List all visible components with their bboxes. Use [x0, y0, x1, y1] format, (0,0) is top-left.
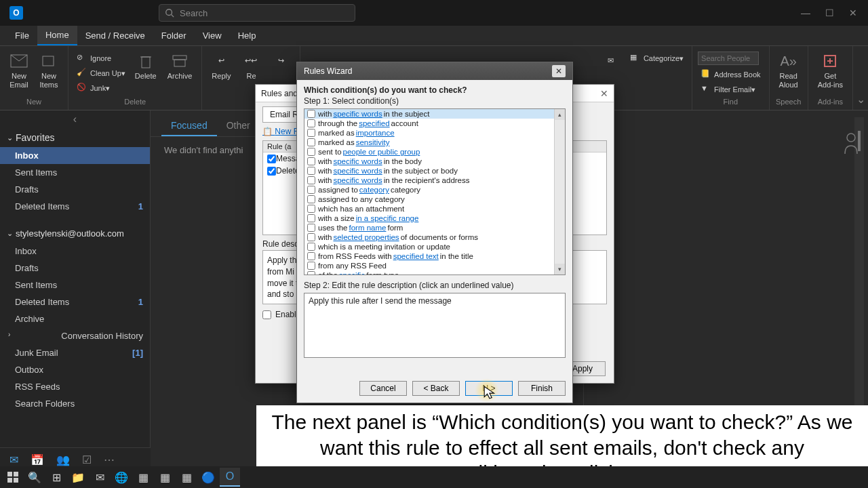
- condition-row[interactable]: through the specified account: [304, 119, 565, 128]
- menu-send-receive[interactable]: Send / Receive: [77, 26, 153, 45]
- acct-inbox[interactable]: Inbox: [0, 243, 150, 260]
- condition-checkbox[interactable]: [307, 157, 315, 165]
- more-views-icon[interactable]: ⋯: [104, 453, 115, 466]
- close-button[interactable]: ✕: [849, 7, 857, 18]
- menu-home[interactable]: Home: [37, 26, 77, 45]
- read-aloud-button[interactable]: A»Read Aloud: [775, 49, 802, 92]
- maximize-button[interactable]: ☐: [825, 7, 834, 18]
- minimize-button[interactable]: —: [801, 7, 810, 18]
- nav-deleted[interactable]: Deleted Items1: [0, 198, 150, 215]
- task-chrome[interactable]: 🌐: [111, 468, 132, 487]
- condition-row[interactable]: marked as sensitivity: [304, 138, 565, 147]
- acct-junk[interactable]: Junk Email[1]: [0, 344, 150, 361]
- task-app2[interactable]: ▦: [155, 468, 175, 487]
- acct-convhist[interactable]: ›Conversation History: [0, 327, 150, 344]
- tasks-view-icon[interactable]: ☑: [82, 453, 92, 466]
- condition-checkbox[interactable]: [307, 176, 315, 184]
- calendar-view-icon[interactable]: 📅: [31, 453, 44, 466]
- task-mail[interactable]: ✉: [90, 468, 110, 487]
- condition-checkbox[interactable]: [307, 224, 315, 232]
- acct-archive[interactable]: Archive: [0, 310, 150, 327]
- task-app[interactable]: ▦: [133, 468, 153, 487]
- reply-button[interactable]: ↩Reply: [208, 49, 235, 83]
- archive-button[interactable]: Archive: [163, 49, 197, 83]
- people-view-icon[interactable]: 👥: [56, 453, 70, 466]
- new-items-button[interactable]: New Items: [35, 49, 62, 92]
- new-rule-link[interactable]: 📋 New R: [262, 127, 299, 136]
- rules-dialog-close[interactable]: ✕: [600, 88, 608, 99]
- condition-row[interactable]: sent to people or public group: [304, 147, 565, 157]
- condition-row[interactable]: from RSS Feeds with specified text in th…: [304, 251, 565, 261]
- condition-row[interactable]: of the specific form type: [304, 270, 565, 275]
- condition-row[interactable]: with specific words in the subject: [304, 109, 565, 119]
- task-search[interactable]: 🔍: [24, 468, 45, 487]
- tab-focused[interactable]: Focused: [161, 116, 217, 136]
- account-header[interactable]: ⌄stylestylenski@outlook.com: [0, 224, 150, 243]
- favorites-header[interactable]: ⌄Favorites: [0, 128, 150, 147]
- condition-checkbox[interactable]: [307, 262, 315, 270]
- menu-help[interactable]: Help: [230, 26, 264, 45]
- condition-row[interactable]: assigned to category category: [304, 185, 565, 195]
- wizard-close-button[interactable]: ✕: [552, 65, 566, 77]
- acct-sent[interactable]: Sent Items: [0, 277, 150, 293]
- ribbon-collapse-button[interactable]: ⌄: [853, 46, 868, 110]
- condition-row[interactable]: with a size in a specific range: [304, 214, 565, 223]
- cleanup-button[interactable]: 🧹Clean Up ▾: [74, 66, 128, 80]
- condition-row[interactable]: with specific words in the recipient's a…: [304, 176, 565, 185]
- conditions-list[interactable]: with specific words in the subjectthroug…: [304, 108, 566, 275]
- address-book-button[interactable]: 📒Address Book: [698, 68, 763, 81]
- condition-checkbox[interactable]: [307, 243, 315, 251]
- enable-rules-checkbox[interactable]: [262, 310, 271, 319]
- condition-checkbox[interactable]: [307, 110, 315, 118]
- start-button[interactable]: [3, 468, 23, 487]
- rule-checkbox[interactable]: [267, 167, 276, 176]
- menu-folder[interactable]: Folder: [153, 26, 195, 45]
- conditions-scrollbar[interactable]: ▴▾: [554, 109, 565, 274]
- new-email-button[interactable]: New Email: [5, 49, 33, 92]
- condition-row[interactable]: with specific words in the body: [304, 157, 565, 166]
- ignore-button[interactable]: ⊘Ignore: [74, 52, 128, 65]
- search-input[interactable]: Search: [159, 4, 355, 22]
- task-edge[interactable]: 🔵: [198, 468, 218, 487]
- search-people-input[interactable]: [698, 52, 759, 65]
- acct-deleted[interactable]: Deleted Items1: [0, 293, 150, 310]
- acct-outbox[interactable]: Outbox: [0, 361, 150, 378]
- tab-other[interactable]: Other: [217, 116, 260, 136]
- nav-drafts[interactable]: Drafts: [0, 181, 150, 198]
- condition-checkbox[interactable]: [307, 129, 315, 137]
- menu-file[interactable]: File: [7, 26, 37, 45]
- condition-checkbox[interactable]: [307, 148, 315, 156]
- nav-sent[interactable]: Sent Items: [0, 164, 150, 181]
- condition-row[interactable]: with specific words in the subject or bo…: [304, 166, 565, 176]
- nav-inbox[interactable]: Inbox: [0, 147, 150, 164]
- finish-button[interactable]: Finish: [518, 381, 566, 396]
- acct-search-folders[interactable]: Search Folders: [0, 395, 150, 412]
- mail-view-icon[interactable]: ✉: [9, 453, 18, 466]
- acct-drafts[interactable]: Drafts: [0, 260, 150, 277]
- condition-row[interactable]: which is a meeting invitation or update: [304, 242, 565, 251]
- move-button[interactable]: ✉: [597, 49, 625, 75]
- filter-email-button[interactable]: ▼Filter Email ▾: [698, 83, 763, 96]
- task-outlook[interactable]: O: [220, 468, 240, 487]
- condition-checkbox[interactable]: [307, 186, 315, 194]
- condition-checkbox[interactable]: [307, 119, 315, 127]
- reply-all-button[interactable]: ↩↩Re: [237, 49, 264, 83]
- rule-description-box[interactable]: Apply this rule after I send the message: [304, 293, 566, 358]
- condition-checkbox[interactable]: [307, 138, 315, 146]
- task-app3[interactable]: ▦: [176, 468, 197, 487]
- condition-checkbox[interactable]: [307, 271, 315, 275]
- junk-button[interactable]: 🚫Junk ▾: [74, 81, 128, 95]
- next-button[interactable]: N >: [465, 381, 513, 396]
- condition-checkbox[interactable]: [307, 252, 315, 260]
- get-addins-button[interactable]: Get Add-ins: [814, 49, 847, 92]
- acct-rss[interactable]: RSS Feeds: [0, 378, 150, 395]
- condition-row[interactable]: from any RSS Feed: [304, 261, 565, 270]
- rule-checkbox[interactable]: [267, 155, 276, 163]
- back-button[interactable]: < Back: [412, 381, 460, 396]
- condition-row[interactable]: assigned to any category: [304, 195, 565, 204]
- task-explorer[interactable]: 📁: [68, 468, 88, 487]
- condition-row[interactable]: marked as importance: [304, 128, 565, 138]
- condition-checkbox[interactable]: [307, 233, 315, 241]
- condition-checkbox[interactable]: [307, 167, 315, 175]
- forward-button[interactable]: ↪: [267, 49, 294, 75]
